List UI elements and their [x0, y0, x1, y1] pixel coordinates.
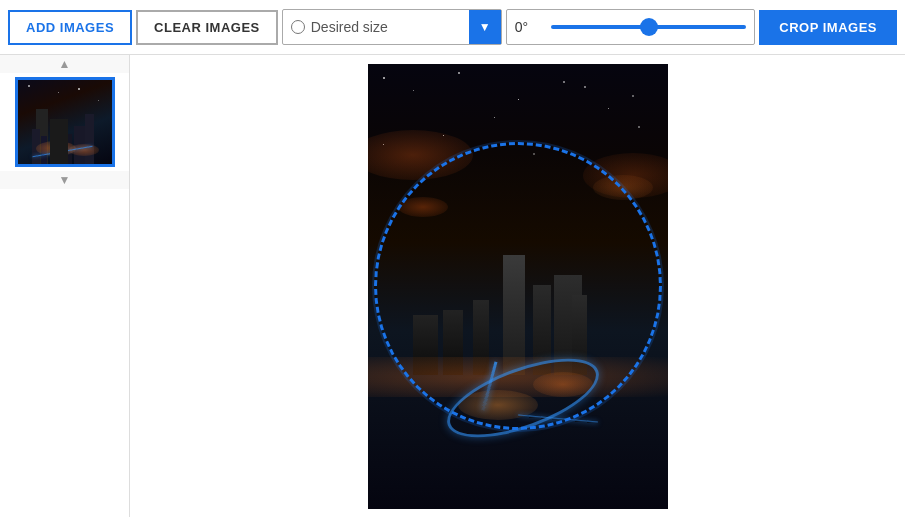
desired-size-radio[interactable]: [291, 20, 305, 34]
glow-3: [398, 197, 448, 217]
sidebar-scroll-up[interactable]: ▲: [0, 55, 129, 73]
add-images-button[interactable]: ADD IMAGES: [8, 10, 132, 45]
image-container: [368, 64, 668, 509]
desired-size-label: Desired size: [311, 19, 469, 35]
main-area: ▲ ▼: [0, 55, 905, 517]
rotation-value-label: 0°: [515, 19, 543, 35]
dropdown-chevron-icon: ▼: [479, 20, 491, 34]
glow-4: [593, 175, 653, 200]
rotation-slider[interactable]: [551, 25, 747, 29]
thumbnail-image: [18, 80, 112, 164]
rotation-control: 0°: [506, 9, 756, 45]
desired-size-dropdown-arrow[interactable]: ▼: [469, 10, 501, 44]
clear-images-button[interactable]: CLEAR IMAGES: [136, 10, 278, 45]
main-image: [368, 64, 668, 509]
crop-images-button[interactable]: CROP IMAGES: [759, 10, 897, 45]
image-sidebar: ▲ ▼: [0, 55, 130, 517]
desired-size-selector[interactable]: Desired size ▼: [282, 9, 502, 45]
toolbar: ADD IMAGES CLEAR IMAGES Desired size ▼ 0…: [0, 0, 905, 55]
list-item[interactable]: [15, 77, 115, 167]
sidebar-scroll-down[interactable]: ▼: [0, 171, 129, 189]
canvas-area[interactable]: [130, 55, 905, 517]
